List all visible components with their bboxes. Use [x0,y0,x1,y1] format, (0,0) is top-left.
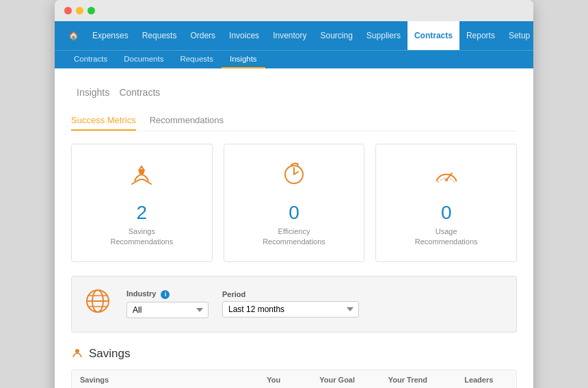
nav-orders[interactable]: Orders [183,21,222,50]
savings-label: Savings Recommendations [110,227,173,248]
savings-section: Savings Savings You Your Goal Your Trend… [71,346,517,388]
period-label: Period [222,290,359,298]
sub-nav-insights[interactable]: Insights [222,51,265,68]
title-bar [55,0,533,21]
svg-point-11 [75,349,79,353]
period-select[interactable]: Last 12 months Last 6 months Last 3 mont… [222,301,359,318]
efficiency-label: Efficiency Recommendations [263,227,325,248]
savings-title: Savings [89,347,130,361]
industry-filter-group: Industry i All [126,289,209,318]
industry-select[interactable]: All [126,302,209,318]
filter-bar: Industry i All Period Last 12 months Las… [71,276,517,333]
nav-sourcing[interactable]: Sourcing [313,21,359,50]
globe-icon [83,286,113,322]
savings-metric-card[interactable]: 2 Savings Recommendations [71,144,213,262]
tab-success-metrics[interactable]: Success Metrics [71,111,136,131]
col-savings: Savings [72,370,258,388]
nav-contracts[interactable]: Contracts [407,21,459,50]
savings-section-icon [71,346,83,361]
maximize-button[interactable] [88,7,95,14]
table-header-row: Savings You Your Goal Your Trend Leaders [72,370,516,388]
col-you: You [258,370,311,388]
sub-nav: Contracts Documents Requests Insights [55,50,533,68]
savings-table-container: Savings You Your Goal Your Trend Leaders… [71,370,517,388]
col-your-trend: Your Trend [380,370,456,388]
period-filter-group: Period Last 12 months Last 6 months Last… [222,290,359,318]
nav-bar: 🏠 Expenses Requests Orders Invoices Inve… [55,21,533,50]
usage-number: 0 [441,202,452,224]
nav-setup[interactable]: Setup [502,21,533,50]
industry-info-icon[interactable]: i [161,290,170,299]
main-window: 🏠 Expenses Requests Orders Invoices Inve… [55,0,533,388]
savings-number: 2 [137,202,148,224]
tab-recommendations[interactable]: Recommendations [150,111,224,131]
page-title-text: Insights [77,87,109,98]
efficiency-icon [278,158,310,196]
home-nav-item[interactable]: 🏠 [62,21,85,50]
nav-expenses[interactable]: Expenses [85,21,135,50]
savings-section-header: Savings [71,346,517,361]
sub-nav-documents[interactable]: Documents [116,51,172,68]
tabs-container: Success Metrics Recommendations [71,111,517,131]
industry-label: Industry i [126,289,209,299]
nav-suppliers[interactable]: Suppliers [360,21,407,50]
col-your-goal: Your Goal [311,370,379,388]
col-leaders: Leaders [456,370,516,388]
sub-nav-contracts[interactable]: Contracts [66,51,116,68]
page-title: Insights Contracts [71,82,517,100]
usage-label: Usage Recommendations [415,227,478,248]
svg-point-3 [445,179,448,181]
main-content: Insights Contracts Success Metrics Recom… [55,68,533,388]
savings-table: Savings You Your Goal Your Trend Leaders… [72,370,516,388]
nav-requests[interactable]: Requests [135,21,184,50]
minimize-button[interactable] [76,7,83,14]
metrics-row: 2 Savings Recommendations 0 [71,144,517,262]
savings-icon [125,158,158,196]
usage-icon [430,158,463,196]
efficiency-metric-card[interactable]: 0 Efficiency Recommendations [224,144,365,262]
nav-inventory[interactable]: Inventory [266,21,313,50]
usage-metric-card[interactable]: 0 Usage Recommendations [375,144,517,262]
nav-reports[interactable]: Reports [459,21,502,50]
sub-nav-requests[interactable]: Requests [172,51,222,68]
efficiency-number: 0 [289,202,299,224]
page-subtitle: Contracts [119,87,160,98]
close-button[interactable] [64,7,72,14]
nav-invoices[interactable]: Invoices [222,21,266,50]
